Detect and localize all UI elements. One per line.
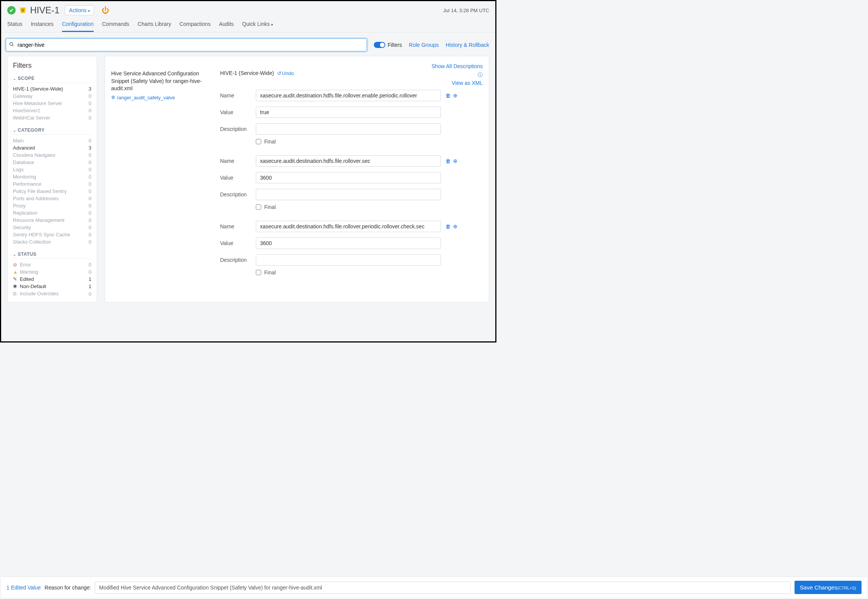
- history-rollback-link[interactable]: History & Rollback: [446, 42, 489, 48]
- value-input[interactable]: [256, 237, 441, 249]
- caret-down-icon: ▾: [88, 9, 90, 13]
- tab-audits[interactable]: Audits: [219, 21, 234, 32]
- config-entry: Name🗑⊕ValueDescriptionFinal: [220, 221, 483, 276]
- final-label: Final: [264, 204, 276, 210]
- config-entry: Name🗑⊕ValueDescriptionFinal: [220, 155, 483, 210]
- actions-dropdown[interactable]: Actions ▾: [65, 5, 94, 15]
- status-icon: ✱: [13, 284, 18, 289]
- facet-item[interactable]: HIVE-1 (Service-Wide)3: [13, 85, 91, 92]
- value-label: Value: [220, 240, 251, 246]
- config-entry: Name🗑⊕ValueDescriptionFinal: [220, 90, 483, 145]
- entries-container: Name🗑⊕ValueDescriptionFinalName🗑⊕ValueDe…: [220, 90, 483, 276]
- facet-item[interactable]: ⧉Include Overrides0: [13, 290, 91, 298]
- value-label: Value: [220, 109, 251, 115]
- tab-configuration[interactable]: Configuration: [62, 21, 94, 32]
- chevron-down-icon: ⌄: [13, 128, 16, 132]
- facet-item[interactable]: HiveServer20: [13, 107, 91, 114]
- facet-item[interactable]: Logs0: [13, 166, 91, 173]
- description-input[interactable]: [256, 189, 441, 200]
- delete-icon[interactable]: 🗑: [445, 92, 451, 99]
- description-label: Description: [220, 126, 251, 132]
- scope-facet-list: HIVE-1 (Service-Wide)3Gateway0Hive Metas…: [13, 85, 91, 121]
- value-label: Value: [220, 175, 251, 181]
- facet-item[interactable]: Proxy0: [13, 202, 91, 209]
- chevron-down-icon: ⌄: [13, 252, 16, 256]
- facet-item[interactable]: Security0: [13, 224, 91, 231]
- facet-item[interactable]: Stacks Collection0: [13, 238, 91, 245]
- filters-panel: Filters ⌄ SCOPE HIVE-1 (Service-Wide)3Ga…: [7, 56, 97, 303]
- final-checkbox[interactable]: [256, 270, 261, 275]
- facet-item[interactable]: Sentry HDFS Sync Cache0: [13, 231, 91, 238]
- facet-item[interactable]: Hive Metastore Server0: [13, 100, 91, 107]
- final-checkbox[interactable]: [256, 204, 261, 210]
- facet-item[interactable]: Replication0: [13, 209, 91, 217]
- facet-item[interactable]: Cloudera Navigator0: [13, 151, 91, 159]
- svg-line-1: [12, 45, 13, 46]
- facet-item[interactable]: ✎Edited1: [13, 276, 91, 283]
- name-input[interactable]: [256, 90, 441, 101]
- name-input[interactable]: [256, 155, 441, 167]
- info-icon[interactable]: ⓘ: [478, 72, 483, 78]
- name-label: Name: [220, 92, 251, 99]
- facet-item[interactable]: ✱Non-Default1: [13, 283, 91, 290]
- search-icon: [9, 42, 14, 48]
- chevron-down-icon: ⌄: [13, 76, 16, 81]
- tab-compactions[interactable]: Compactions: [179, 21, 211, 32]
- description-input[interactable]: [256, 123, 441, 135]
- facet-item[interactable]: ▲Warning0: [13, 268, 91, 276]
- facet-item[interactable]: ⊘Error0: [13, 261, 91, 268]
- final-label: Final: [264, 269, 276, 276]
- facet-item[interactable]: Advanced3: [13, 144, 91, 151]
- facet-item[interactable]: Main0: [13, 137, 91, 144]
- facet-item[interactable]: WebHCat Server0: [13, 114, 91, 121]
- filters-toggle[interactable]: Filters: [374, 42, 402, 48]
- tab-commands[interactable]: Commands: [102, 21, 129, 32]
- main-area: Filters ⌄ SCOPE HIVE-1 (Service-Wide)3Ga…: [1, 56, 495, 306]
- facet-item[interactable]: Policy File Based Sentry0: [13, 188, 91, 195]
- property-title-cell: Hive Service Advanced Configuration Snip…: [111, 70, 220, 286]
- show-all-descriptions-link[interactable]: Show All Descriptions: [111, 63, 483, 69]
- name-label: Name: [220, 158, 251, 164]
- facet-item[interactable]: Monitoring0: [13, 173, 91, 180]
- svg-point-0: [10, 43, 13, 46]
- facet-item[interactable]: Database0: [13, 159, 91, 166]
- add-icon[interactable]: ⊕: [453, 158, 458, 164]
- value-input[interactable]: [256, 107, 441, 118]
- property-key-link[interactable]: ⚙ ranger_audit_safety_valve: [111, 95, 214, 100]
- toggle-switch-icon: [374, 42, 385, 48]
- page-title: HIVE-1: [30, 5, 59, 16]
- category-facet-header[interactable]: ⌄ CATEGORY: [13, 127, 91, 135]
- status-facet-list: ⊘Error0▲Warning0✎Edited1✱Non-Default1⧉In…: [13, 261, 91, 298]
- tab-charts-library[interactable]: Charts Library: [138, 21, 171, 32]
- undo-link[interactable]: ↺ Undo: [277, 70, 294, 76]
- tab-quick-links[interactable]: Quick Links ▾: [242, 21, 273, 32]
- delete-icon[interactable]: 🗑: [445, 223, 451, 229]
- scope-facet-header[interactable]: ⌄ SCOPE: [13, 76, 91, 83]
- description-input[interactable]: [256, 254, 441, 266]
- facet-item[interactable]: Performance0: [13, 180, 91, 188]
- power-icon[interactable]: ⏻: [102, 6, 109, 15]
- name-input[interactable]: [256, 221, 441, 232]
- status-icon: ✎: [13, 276, 18, 282]
- add-icon[interactable]: ⊕: [453, 92, 458, 99]
- search-input[interactable]: [6, 39, 367, 51]
- tab-status[interactable]: Status: [7, 21, 22, 32]
- status-facet-header[interactable]: ⌄ STATUS: [13, 252, 91, 259]
- facet-item[interactable]: Ports and Addresses0: [13, 195, 91, 202]
- delete-icon[interactable]: 🗑: [445, 158, 451, 164]
- role-groups-link[interactable]: Role Groups: [409, 42, 439, 48]
- facet-item[interactable]: Resource Management0: [13, 217, 91, 224]
- property-row: Hive Service Advanced Configuration Snip…: [111, 70, 483, 286]
- name-label: Name: [220, 223, 251, 229]
- view-as-xml-link[interactable]: View as XML: [452, 80, 483, 86]
- tab-instances[interactable]: Instances: [31, 21, 54, 32]
- add-icon[interactable]: ⊕: [453, 223, 458, 229]
- facet-item[interactable]: Gateway0: [13, 92, 91, 100]
- value-input[interactable]: [256, 172, 441, 183]
- category-facet-list: Main0Advanced3Cloudera Navigator0Databas…: [13, 137, 91, 245]
- config-toolbar: Filters Role Groups History & Rollback: [1, 32, 495, 56]
- hive-service-icon: [19, 6, 27, 14]
- final-checkbox[interactable]: [256, 139, 261, 144]
- search-wrapper: [6, 38, 367, 51]
- filters-title: Filters: [13, 62, 91, 70]
